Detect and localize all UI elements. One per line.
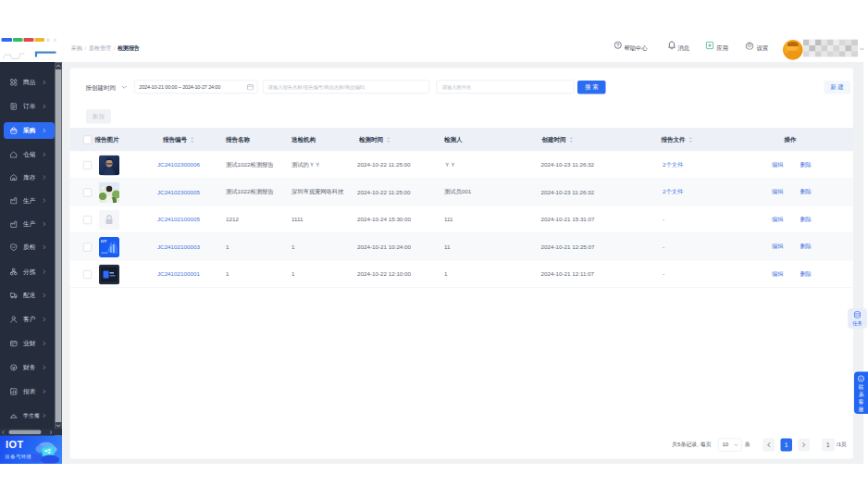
- svg-text:IOT: IOT: [101, 240, 107, 243]
- svg-text:?: ?: [616, 43, 619, 48]
